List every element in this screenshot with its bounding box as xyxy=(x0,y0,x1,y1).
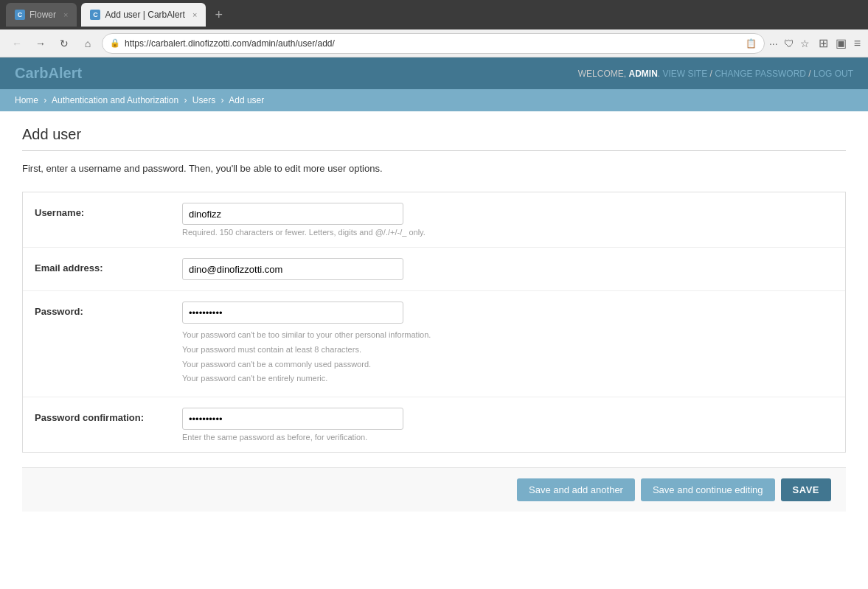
email-row: Email address: xyxy=(23,248,845,291)
breadcrumb-sep-1: › xyxy=(44,95,46,105)
password-confirm-input[interactable] xyxy=(182,408,403,430)
overflow-menu-icon[interactable]: ··· xyxy=(769,38,778,49)
submit-row: Save and add another Save and continue e… xyxy=(22,467,846,512)
add-user-form: Username: Required. 150 characters or fe… xyxy=(22,192,846,453)
breadcrumb-users[interactable]: Users xyxy=(192,95,215,105)
bookmark-icon[interactable]: ☆ xyxy=(800,38,810,49)
back-button[interactable]: ← xyxy=(7,34,27,53)
forward-button[interactable]: → xyxy=(31,34,50,53)
log-out-link[interactable]: LOG OUT xyxy=(813,69,853,79)
welcome-text: WELCOME, xyxy=(578,69,626,79)
carbalert-favicon: C xyxy=(90,10,100,20)
breadcrumb-auth[interactable]: Authentication and Authorization xyxy=(52,95,178,105)
menu-icon[interactable]: ≡ xyxy=(854,37,861,50)
password-help-list: Your password can't be too similar to yo… xyxy=(182,328,833,386)
save-button[interactable]: SAVE xyxy=(781,478,831,501)
url-text: https://carbalert.dinofizzotti.com/admin… xyxy=(125,38,741,49)
breadcrumb-home[interactable]: Home xyxy=(15,95,38,105)
library-icon[interactable]: ⊞ xyxy=(819,36,828,50)
breadcrumb-sep-3: › xyxy=(221,95,224,105)
view-site-link[interactable]: VIEW SITE xyxy=(662,69,707,79)
admin-logo[interactable]: CarbAlert xyxy=(15,65,82,82)
flower-tab-close[interactable]: × xyxy=(63,10,68,19)
reload-button[interactable]: ↻ xyxy=(55,34,74,53)
admin-username: ADMIN xyxy=(628,69,657,79)
username-input[interactable] xyxy=(182,203,403,225)
password-help-3: Your password can't be a commonly used p… xyxy=(182,358,833,372)
password-confirm-help: Enter the same password as before, for v… xyxy=(182,433,833,442)
admin-header: CarbAlert WELCOME, ADMIN. VIEW SITE / CH… xyxy=(0,57,868,89)
username-field: Required. 150 characters or fewer. Lette… xyxy=(182,203,833,237)
new-tab-button[interactable]: + xyxy=(210,7,227,23)
breadcrumb: Home › Authentication and Authorization … xyxy=(15,95,853,105)
breadcrumb-bar: Home › Authentication and Authorization … xyxy=(0,89,868,111)
reader-mode-icon: 📋 xyxy=(746,38,757,49)
admin-user-info: WELCOME, ADMIN. VIEW SITE / CHANGE PASSW… xyxy=(578,69,853,79)
password-help-1: Your password can't be too similar to yo… xyxy=(182,328,833,343)
password-help-2: Your password must contain at least 8 ch… xyxy=(182,343,833,358)
tab-carbalert[interactable]: C Add user | CarbAlert × xyxy=(81,3,206,27)
address-bar[interactable]: 🔒 https://carbalert.dinofizzotti.com/adm… xyxy=(102,33,765,54)
password-field: Your password can't be too similar to yo… xyxy=(182,302,833,386)
password-help-4: Your password can't be entirely numeric. xyxy=(182,372,833,386)
save-continue-editing-button[interactable]: Save and continue editing xyxy=(641,478,775,501)
password-confirm-label: Password confirmation: xyxy=(35,408,182,423)
password-confirm-field: Enter the same password as before, for v… xyxy=(182,408,833,442)
password-confirm-row: Password confirmation: Enter the same pa… xyxy=(23,397,845,452)
intro-text: First, enter a username and password. Th… xyxy=(22,163,846,174)
email-label: Email address: xyxy=(35,258,182,273)
toolbar-icons: ··· 🛡 ☆ xyxy=(769,38,810,49)
save-add-another-button[interactable]: Save and add another xyxy=(517,478,635,501)
password-input[interactable] xyxy=(182,302,403,324)
sidebar-icon[interactable]: ▣ xyxy=(836,36,847,50)
flower-tab-label: Flower xyxy=(29,10,56,20)
flower-favicon: C xyxy=(15,10,25,20)
tab-flower[interactable]: C Flower × xyxy=(6,3,77,27)
breadcrumb-sep-2: › xyxy=(184,95,187,105)
carbalert-tab-label: Add user | CarbAlert xyxy=(105,10,185,20)
main-content: Add user First, enter a username and pas… xyxy=(0,111,868,526)
email-input[interactable] xyxy=(182,258,403,280)
username-row: Username: Required. 150 characters or fe… xyxy=(23,192,845,248)
carbalert-tab-close[interactable]: × xyxy=(192,10,197,19)
username-label: Username: xyxy=(35,203,182,218)
lock-icon: 🔒 xyxy=(110,38,120,48)
page-title: Add user xyxy=(22,126,846,151)
browser-chrome: C Flower × C Add user | CarbAlert × + xyxy=(0,0,868,29)
home-button[interactable]: ⌂ xyxy=(78,34,97,53)
username-help: Required. 150 characters or fewer. Lette… xyxy=(182,228,833,237)
browser-toolbar: ← → ↻ ⌂ 🔒 https://carbalert.dinofizzotti… xyxy=(0,29,868,57)
password-label: Password: xyxy=(35,302,182,317)
pocket-icon[interactable]: 🛡 xyxy=(784,38,794,49)
change-password-link[interactable]: CHANGE PASSWORD xyxy=(715,69,806,79)
email-field xyxy=(182,258,833,280)
password-row: Password: Your password can't be too sim… xyxy=(23,291,845,397)
breadcrumb-current: Add user xyxy=(229,95,264,105)
